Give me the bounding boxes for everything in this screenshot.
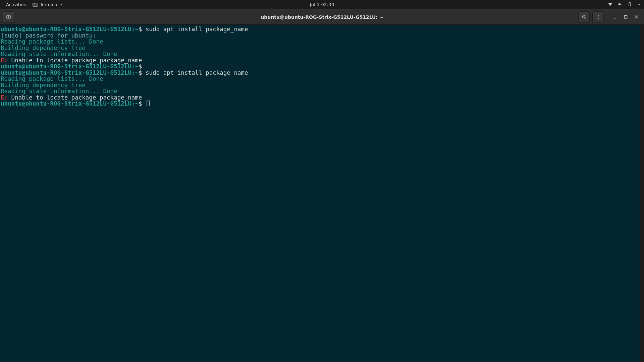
app-menu-button[interactable]: Terminal ▾ (29, 0, 65, 9)
battery-icon (627, 2, 632, 8)
svg-point-5 (598, 15, 598, 16)
maximize-button[interactable] (623, 14, 629, 20)
chevron-down-icon: ▾ (637, 3, 640, 6)
volume-icon (618, 2, 623, 8)
clock[interactable]: Jul 3 02:30 (310, 2, 334, 7)
terminal-icon (33, 3, 38, 7)
svg-rect-9 (624, 15, 627, 18)
svg-point-6 (598, 16, 598, 17)
close-button[interactable] (633, 14, 639, 20)
system-tray[interactable]: ▾ (608, 2, 641, 8)
chevron-down-icon: ▾ (60, 3, 62, 6)
svg-line-4 (585, 17, 586, 18)
network-icon (608, 2, 613, 8)
minimize-button[interactable] (612, 14, 618, 20)
activities-button[interactable]: Activities (3, 0, 29, 9)
search-button[interactable] (578, 11, 590, 23)
terminal-output: ubuntu@ubuntu-ROG-Strix-G512LU-G512LU:~$… (0, 25, 644, 108)
app-menu-label: Terminal (40, 2, 58, 7)
hamburger-menu-button[interactable] (592, 11, 604, 23)
gnome-top-bar: Activities Terminal ▾ Jul 3 02:30 ▾ (0, 0, 644, 9)
svg-point-3 (582, 15, 585, 18)
window-titlebar: ubuntu@ubuntu-ROG-Strix-G512LU-G512LU: ~ (0, 9, 644, 25)
svg-point-7 (598, 18, 598, 19)
scrollbar[interactable] (640, 25, 644, 362)
terminal-viewport[interactable]: ubuntu@ubuntu-ROG-Strix-G512LU-G512LU:~$… (0, 25, 644, 362)
new-tab-button[interactable] (3, 11, 14, 23)
cursor (147, 101, 150, 106)
window-title: ubuntu@ubuntu-ROG-Strix-G512LU-G512LU: ~ (261, 14, 383, 20)
